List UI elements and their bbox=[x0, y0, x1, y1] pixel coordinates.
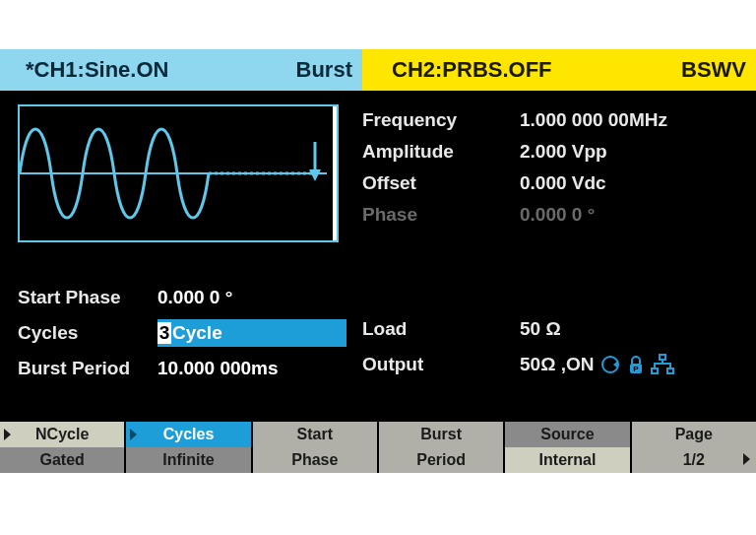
value-phase: 0.000 0 ° bbox=[520, 204, 595, 226]
ch1-tab[interactable]: *CH1:Sine.ON Burst bbox=[0, 49, 362, 91]
parameters-burst: Start Phase 0.000 0 ° Cycles 3 Cycle Bur… bbox=[18, 280, 352, 386]
sync-icon bbox=[599, 354, 621, 375]
softkey-5-bot: Internal bbox=[539, 451, 597, 469]
label-frequency: Frequency bbox=[362, 109, 520, 131]
cycles-editor[interactable]: 3 Cycle bbox=[158, 319, 346, 347]
wave-cursor bbox=[333, 106, 337, 240]
softkey-3-top: Start bbox=[297, 426, 333, 443]
softkey-2-bot: Infinite bbox=[162, 451, 214, 469]
svg-marker-5 bbox=[613, 361, 618, 368]
row-amplitude[interactable]: Amplitude 2.000 Vpp bbox=[362, 136, 736, 167]
row-output[interactable]: Output 50Ω ,ON P bbox=[362, 347, 736, 382]
row-start-phase[interactable]: Start Phase 0.000 0 ° bbox=[18, 280, 352, 315]
softkey-1-bot: Gated bbox=[39, 451, 84, 469]
softkey-ncycle[interactable]: NCycle Gated bbox=[0, 422, 124, 473]
svg-text:P: P bbox=[634, 365, 640, 373]
svg-rect-9 bbox=[652, 368, 658, 373]
label-start-phase: Start Phase bbox=[18, 287, 158, 308]
row-cycles[interactable]: Cycles 3 Cycle bbox=[18, 315, 352, 351]
softkey-start-phase[interactable]: Start Phase bbox=[251, 422, 377, 473]
row-phase: Phase 0.000 0 ° bbox=[362, 199, 736, 231]
row-burst-period[interactable]: Burst Period 10.000 000ms bbox=[18, 351, 352, 386]
value-frequency: 1.000 000 00MHz bbox=[520, 109, 667, 131]
value-burst-period: 10.000 000ms bbox=[158, 358, 279, 379]
softkey-2-top: Cycles bbox=[163, 426, 215, 443]
softkey-cycles[interactable]: Cycles Infinite bbox=[124, 422, 250, 473]
main-area: Frequency 1.000 000 00MHz Amplitude 2.00… bbox=[0, 91, 756, 422]
label-phase: Phase bbox=[362, 204, 520, 226]
softkey-4-top: Burst bbox=[420, 426, 462, 443]
waveform-svg bbox=[20, 106, 337, 240]
lock-icon: P bbox=[627, 354, 645, 375]
softkey-5-top: Source bbox=[540, 426, 594, 443]
label-amplitude: Amplitude bbox=[362, 141, 520, 163]
cycles-unit: Cycle bbox=[172, 322, 222, 344]
label-output: Output bbox=[362, 354, 520, 375]
softkey-bar: NCycle Gated Cycles Infinite Start Phase… bbox=[0, 422, 756, 473]
svg-marker-3 bbox=[309, 169, 321, 181]
waveform-preview bbox=[18, 104, 339, 242]
label-load: Load bbox=[362, 318, 520, 340]
network-icon bbox=[651, 354, 674, 375]
row-frequency[interactable]: Frequency 1.000 000 00MHz bbox=[362, 104, 736, 136]
page-next-icon bbox=[743, 453, 750, 465]
header: *CH1:Sine.ON Burst CH2:PRBS.OFF BSWV bbox=[0, 49, 756, 91]
parameters-right: Frequency 1.000 000 00MHz Amplitude 2.00… bbox=[362, 104, 736, 231]
row-load[interactable]: Load 50 Ω bbox=[362, 311, 736, 347]
ch2-label: CH2:PRBS.OFF bbox=[392, 57, 552, 83]
svg-rect-8 bbox=[660, 355, 665, 360]
softkey-1-top: NCycle bbox=[35, 426, 89, 443]
ch1-label: *CH1:Sine.ON bbox=[26, 57, 168, 83]
softkey-3-bot: Phase bbox=[291, 451, 338, 469]
row-offset[interactable]: Offset 0.000 Vdc bbox=[362, 167, 736, 199]
softkey-burst-period[interactable]: Burst Period bbox=[377, 422, 503, 473]
ch2-mode: BSWV bbox=[681, 57, 756, 83]
value-offset: 0.000 Vdc bbox=[520, 172, 606, 194]
softkey-source[interactable]: Source Internal bbox=[503, 422, 629, 473]
value-load: 50 Ω bbox=[520, 318, 561, 340]
softkey-6-top: Page bbox=[675, 426, 713, 443]
softkey-4-bot: Period bbox=[416, 451, 466, 469]
label-cycles: Cycles bbox=[18, 322, 158, 344]
softkey-6-bot: 1/2 bbox=[683, 451, 705, 469]
cycles-digit[interactable]: 3 bbox=[158, 322, 171, 344]
label-burst-period: Burst Period bbox=[18, 358, 158, 379]
softkey-page[interactable]: Page 1/2 bbox=[630, 422, 756, 473]
ch1-mode: Burst bbox=[296, 57, 362, 83]
value-output: 50Ω ,ON bbox=[520, 354, 594, 375]
instrument-screen: *CH1:Sine.ON Burst CH2:PRBS.OFF BSWV bbox=[0, 49, 756, 473]
value-amplitude: 2.000 Vpp bbox=[520, 141, 607, 163]
value-start-phase: 0.000 0 ° bbox=[158, 287, 232, 308]
ch2-tab[interactable]: CH2:PRBS.OFF BSWV bbox=[362, 49, 756, 91]
label-offset: Offset bbox=[362, 172, 520, 194]
parameters-output: Load 50 Ω Output 50Ω ,ON P bbox=[362, 311, 736, 382]
svg-rect-10 bbox=[667, 368, 673, 373]
